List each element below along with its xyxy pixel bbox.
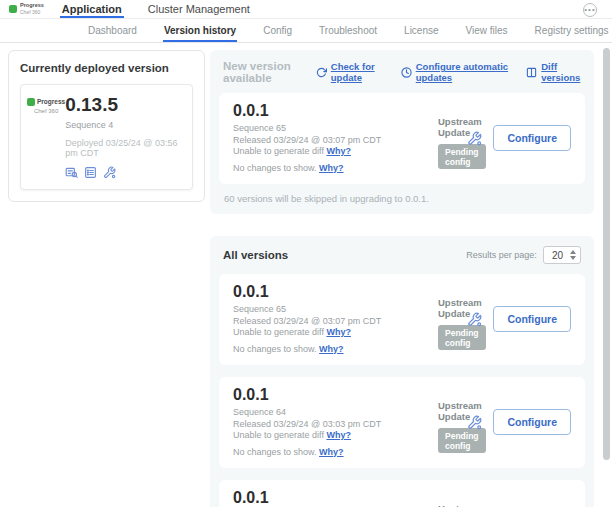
version-actions: Configure <box>467 409 571 435</box>
version-row: 0.0.1 Sequence 65 Released 03/29/24 @ 03… <box>219 274 585 365</box>
version-info: 0.0.1 Sequence 63 Released 03/29/24 @ 02… <box>233 489 438 507</box>
configure-button[interactable]: Configure <box>493 306 571 332</box>
version-source-label: Upstream Update <box>438 297 467 319</box>
new-version-section: New version available Check for update C… <box>210 50 594 214</box>
more-menu-button[interactable]: ••• <box>583 3 597 17</box>
version-label: 0.0.1 <box>233 102 438 120</box>
all-versions-section: All versions Results per page: 20 0.0.1 … <box>210 236 594 507</box>
results-per-page-value: 20 <box>552 250 563 261</box>
results-per-page-label: Results per page: <box>466 250 537 260</box>
diff-why-link[interactable]: Why? <box>326 327 351 337</box>
version-actions: Configure <box>467 306 571 332</box>
diff-columns-icon <box>526 67 537 78</box>
version-source-label: Upstream Update <box>438 503 467 507</box>
version-sequence: Sequence 65 <box>233 304 438 316</box>
tab-application[interactable]: Application <box>62 0 122 18</box>
deployed-action-icons <box>65 166 184 179</box>
version-released: Released 03/29/24 @ 03:07 pm CDT <box>233 135 438 147</box>
configure-automatic-updates-link[interactable]: Configure automatic updates <box>401 61 512 83</box>
version-history-main: New version available Check for update C… <box>210 50 594 507</box>
no-changes-why-link[interactable]: Why? <box>319 344 344 354</box>
diff-status-line: Unable to generate diff Why? <box>233 430 438 442</box>
edit-config-icon[interactable] <box>467 131 482 146</box>
tab-dashboard[interactable]: Dashboard <box>88 19 137 42</box>
new-version-heading: New version available <box>223 60 316 84</box>
progress-logo-icon <box>9 5 17 13</box>
preflight-checks-icon[interactable] <box>84 166 97 179</box>
no-changes-why-link[interactable]: Why? <box>319 447 344 457</box>
release-notes-icon[interactable] <box>65 166 78 179</box>
deployed-timestamp: Deployed 03/25/24 @ 03:56 pm CDT <box>65 138 184 158</box>
configure-button[interactable]: Configure <box>493 125 571 151</box>
deployed-version-card: Progress Chef 360 0.13.5 Sequence 4 Depl… <box>20 84 193 190</box>
edit-config-icon[interactable] <box>467 415 482 430</box>
all-versions-list: 0.0.1 Sequence 65 Released 03/29/24 @ 03… <box>219 274 585 507</box>
tab-config[interactable]: Config <box>263 19 292 42</box>
results-per-page: Results per page: 20 <box>466 246 581 264</box>
no-changes-line: No changes to show. Why? <box>233 447 438 459</box>
version-row: 0.0.1 Sequence 63 Released 03/29/24 @ 02… <box>219 480 585 507</box>
tab-registry-settings[interactable]: Registry settings <box>535 19 609 42</box>
tab-cluster-management[interactable]: Cluster Management <box>148 0 250 18</box>
brand-line2: Chef 360 <box>34 108 58 114</box>
no-changes-text: No changes to show. <box>233 163 317 173</box>
unable-diff-text: Unable to generate diff <box>233 430 324 440</box>
version-info: 0.0.1 Sequence 65 Released 03/29/24 @ 03… <box>233 102 438 174</box>
new-version-release: 0.0.1 Sequence 65 Released 03/29/24 @ 03… <box>219 93 585 184</box>
version-label: 0.0.1 <box>233 386 438 404</box>
top-navigation-bar: Progress Chef 360 Application Cluster Ma… <box>0 0 612 19</box>
version-row: 0.0.1 Sequence 65 Released 03/29/24 @ 03… <box>219 93 585 184</box>
version-middle: Upstream Update Pending config <box>438 102 467 174</box>
brand-line1: Progress <box>37 99 65 106</box>
app-icon: Progress Chef 360 <box>27 95 65 179</box>
edit-config-icon[interactable] <box>103 166 116 179</box>
version-info: 0.0.1 Sequence 64 Released 03/29/24 @ 03… <box>233 386 438 458</box>
version-middle: Upstream Update Pending config <box>438 489 467 507</box>
version-label: 0.0.1 <box>233 489 438 507</box>
tab-version-history[interactable]: Version history <box>164 19 236 42</box>
version-sequence: Sequence 65 <box>233 123 438 135</box>
top-tabs: Application Cluster Management <box>62 0 250 18</box>
version-row: 0.0.1 Sequence 64 Released 03/29/24 @ 03… <box>219 377 585 468</box>
no-changes-why-link[interactable]: Why? <box>319 163 344 173</box>
version-released: Released 03/29/24 @ 03:03 pm CDT <box>233 419 438 431</box>
vertical-scrollbar[interactable] <box>603 48 610 460</box>
edit-config-icon[interactable] <box>467 312 482 327</box>
unable-diff-text: Unable to generate diff <box>233 327 324 337</box>
deployed-version-label: 0.13.5 <box>65 95 184 115</box>
diff-status-line: Unable to generate diff Why? <box>233 327 438 339</box>
no-changes-line: No changes to show. Why? <box>233 163 438 175</box>
deployed-sequence: Sequence 4 <box>65 120 184 130</box>
results-per-page-select[interactable]: 20 <box>543 246 581 264</box>
tab-troubleshoot[interactable]: Troubleshoot <box>319 19 377 42</box>
version-label: 0.0.1 <box>233 283 438 301</box>
app-logo: Progress Chef 360 <box>9 0 44 18</box>
version-info: 0.0.1 Sequence 65 Released 03/29/24 @ 03… <box>233 283 438 355</box>
unable-diff-text: Unable to generate diff <box>233 146 324 156</box>
diff-why-link[interactable]: Why? <box>326 146 351 156</box>
version-actions-links: Check for update Configure automatic upd… <box>316 61 581 83</box>
diff-status-line: Unable to generate diff Why? <box>233 146 438 158</box>
clock-icon <box>401 67 412 78</box>
deployed-heading: Currently deployed version <box>20 62 193 74</box>
progress-logo-icon <box>27 98 35 106</box>
refresh-icon <box>316 67 327 78</box>
currently-deployed-panel: Currently deployed version Progress Chef… <box>8 50 205 202</box>
version-middle: Upstream Update Pending config <box>438 386 467 458</box>
version-actions: Configure <box>467 125 571 151</box>
all-versions-heading: All versions <box>223 249 288 261</box>
tab-view-files[interactable]: View files <box>466 19 508 42</box>
configure-button[interactable]: Configure <box>493 409 571 435</box>
no-changes-line: No changes to show. Why? <box>233 344 438 356</box>
diff-why-link[interactable]: Why? <box>326 430 351 440</box>
version-sequence: Sequence 64 <box>233 407 438 419</box>
tab-license[interactable]: License <box>404 19 438 42</box>
brand-line2: Chef 360 <box>20 10 44 15</box>
version-released: Released 03/29/24 @ 03:07 pm CDT <box>233 316 438 328</box>
check-for-update-link[interactable]: Check for update <box>316 61 386 83</box>
app-sub-navigation: Dashboard Version history Config Trouble… <box>0 19 612 43</box>
no-changes-text: No changes to show. <box>233 344 317 354</box>
version-source-label: Upstream Update <box>438 116 467 138</box>
version-source-label: Upstream Update <box>438 400 467 422</box>
diff-versions-link[interactable]: Diff versions <box>526 61 581 83</box>
